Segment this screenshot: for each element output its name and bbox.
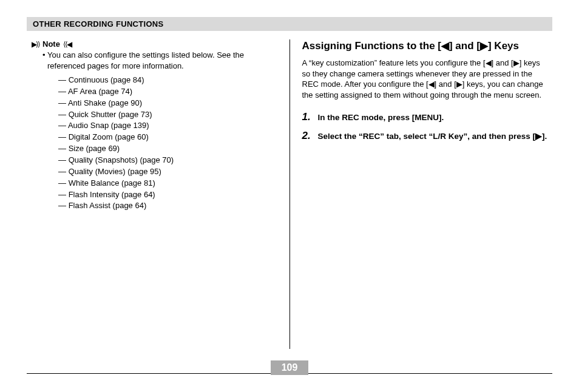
note-heading: ▶⟩⟩ Note ⟨⟨◀ [32, 39, 277, 49]
list-item: Quality (Movies) (page 95) [58, 166, 277, 178]
left-column: ▶⟩⟩ Note ⟨⟨◀ You can also configure the … [27, 39, 290, 349]
list-item: Quick Shutter (page 73) [58, 109, 277, 121]
settings-list: Continuous (page 84) AF Area (page 74) A… [58, 75, 277, 212]
list-item: Size (page 69) [58, 143, 277, 155]
list-item: Flash Assist (page 64) [58, 200, 277, 212]
topic-body: A “key customization” feature lets you c… [302, 58, 548, 100]
page-footer: 109 [27, 373, 552, 374]
list-item: Flash Intensity (page 64) [58, 189, 277, 201]
page-number: 109 [271, 360, 308, 375]
right-column: Assigning Functions to the [◀] and [▶] K… [290, 39, 553, 349]
list-item: AF Area (page 74) [58, 86, 277, 98]
step-1: 1. In the REC mode, press [MENU]. [302, 111, 548, 123]
list-item: Continuous (page 84) [58, 75, 277, 86]
step-text: In the REC mode, press [MENU]. [318, 111, 444, 123]
note-label: Note [42, 39, 60, 49]
note-icon-left: ▶⟩⟩ [32, 40, 39, 49]
content-columns: ▶⟩⟩ Note ⟨⟨◀ You can also configure the … [27, 39, 552, 349]
step-number: 1. [302, 111, 314, 123]
step-number: 2. [302, 130, 314, 142]
step-text: Select the “REC” tab, select “L/R Key”, … [318, 130, 547, 142]
note-icon-right: ⟨⟨◀ [63, 40, 71, 49]
list-item: White Balance (page 81) [58, 178, 277, 189]
manual-page: OTHER RECORDING FUNCTIONS ▶⟩⟩ Note ⟨⟨◀ Y… [0, 0, 579, 392]
list-item: Anti Shake (page 90) [58, 98, 277, 109]
section-header-text: OTHER RECORDING FUNCTIONS [33, 19, 164, 29]
note-body-text: You can also configure the settings list… [47, 50, 277, 71]
list-item: Digital Zoom (page 60) [58, 132, 277, 143]
step-2: 2. Select the “REC” tab, select “L/R Key… [302, 130, 548, 142]
section-header-bar: OTHER RECORDING FUNCTIONS [27, 17, 552, 31]
list-item: Audio Snap (page 139) [58, 120, 277, 132]
topic-heading: Assigning Functions to the [◀] and [▶] K… [302, 39, 548, 53]
list-item: Quality (Snapshots) (page 70) [58, 155, 277, 166]
